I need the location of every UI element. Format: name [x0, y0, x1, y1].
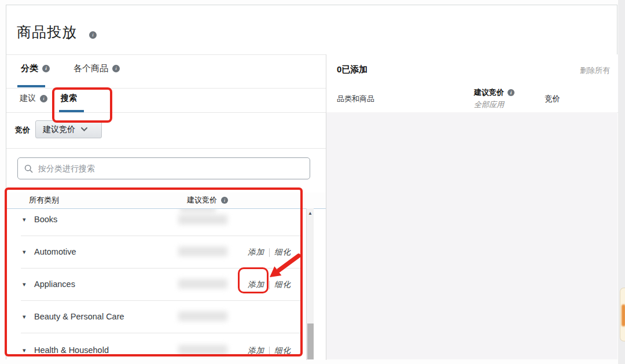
apply-all-link[interactable]: 全部应用 — [474, 100, 514, 110]
chevron-down-icon[interactable]: ▾ — [23, 347, 26, 354]
category-row[interactable]: ▾ Books — [6, 209, 306, 236]
tab-categories-info-icon[interactable]: i — [42, 65, 50, 72]
row-actions: 添加 细化 — [248, 345, 291, 356]
sub-tabs: 建议 i 搜索 — [6, 88, 326, 112]
tab-individual-products-label: 各个商品 — [73, 63, 108, 74]
product-targeting-page: 商品投放 i 分类 i 各个商品 i 建议 i 搜索 — [0, 0, 625, 364]
subtab-search-label: 搜索 — [61, 93, 77, 104]
action-separator — [269, 248, 270, 257]
scrollbar-up-arrow[interactable]: ▲ — [307, 211, 314, 216]
floating-widget-partial[interactable] — [620, 288, 625, 341]
refine-link[interactable]: 细化 — [274, 280, 291, 290]
widget-image — [622, 304, 625, 326]
blurred-bid-value — [178, 345, 227, 355]
col-suggested-bid-label: 建议竞价 — [474, 87, 504, 98]
col-suggested-bid: 建议竞价 i 全部应用 — [474, 87, 514, 110]
action-separator — [269, 281, 270, 289]
add-link[interactable]: 添加 — [248, 247, 264, 258]
chevron-down-icon — [81, 127, 87, 131]
action-separator — [269, 347, 270, 355]
search-box[interactable] — [17, 157, 310, 179]
chevron-down-icon[interactable]: ▾ — [23, 314, 26, 320]
row-actions: 添加 细化 — [248, 280, 291, 290]
category-name: Appliances — [34, 280, 75, 289]
category-name: Beauty & Personal Care — [34, 312, 124, 321]
blurred-bid-value — [178, 215, 227, 225]
main-tabs: 分类 i 各个商品 i — [6, 54, 326, 88]
category-row[interactable]: ▾ Automotive 添加 细化 — [6, 236, 306, 268]
chevron-down-icon[interactable]: ▾ — [23, 249, 26, 255]
search-row — [6, 148, 326, 193]
add-link[interactable]: 添加 — [248, 280, 264, 290]
category-row[interactable]: ▾ Beauty & Personal Care — [6, 301, 306, 333]
refine-link[interactable]: 细化 — [274, 345, 291, 356]
category-table-header: 所有类别 建议竞价 i — [6, 193, 326, 208]
all-categories-header: 所有类别 — [29, 195, 59, 205]
title-info-icon[interactable]: i — [89, 31, 97, 39]
suggested-bid-info-icon[interactable]: i — [221, 197, 228, 204]
added-items-empty-area — [326, 112, 617, 359]
category-row[interactable]: ▾ Health & Household 添加 细化 — [6, 333, 306, 360]
delete-all-link[interactable]: 删除所有 — [580, 65, 610, 76]
subtab-suggested-label: 建议 — [20, 93, 36, 104]
added-items-column-header: 品类和商品 建议竞价 i 全部应用 竞价 — [326, 83, 618, 112]
product-targeting-card: 商品投放 i 分类 i 各个商品 i 建议 i 搜索 — [6, 5, 617, 359]
bid-type-dropdown-value: 建议竞价 — [43, 124, 75, 135]
tab-categories-label: 分类 — [21, 63, 38, 74]
suggested-bid-header: 建议竞价 i — [187, 195, 228, 205]
bid-label: 竞价 — [15, 125, 30, 135]
subtab-search[interactable]: 搜索 — [61, 93, 77, 104]
category-name: Books — [34, 215, 57, 224]
scrollbar[interactable]: ▲ — [306, 208, 314, 360]
page-title: 商品投放 — [17, 23, 77, 42]
blurred-bid-value — [178, 311, 227, 321]
tab-categories[interactable]: 分类 i — [21, 63, 50, 74]
tab-individual-products[interactable]: 各个商品 i — [73, 63, 120, 74]
col-bid: 竞价 — [545, 94, 560, 104]
col-suggested-bid-info-icon[interactable]: i — [508, 89, 514, 96]
row-actions: 添加 细化 — [248, 247, 291, 258]
tab-individual-products-info-icon[interactable]: i — [112, 65, 120, 72]
add-link[interactable]: 添加 — [248, 345, 264, 356]
added-count: 0已添加 — [337, 64, 367, 75]
refine-link[interactable]: 细化 — [274, 247, 291, 258]
scrollbar-thumb[interactable] — [307, 323, 314, 359]
subtab-suggested[interactable]: 建议 i — [20, 93, 47, 104]
category-list: ▾ Books ▾ Automotive 添加 细化 ▾ Appliances — [6, 208, 326, 360]
suggested-bid-header-label: 建议竞价 — [187, 195, 217, 205]
subtab-suggested-info-icon[interactable]: i — [40, 95, 47, 102]
category-row[interactable]: ▾ Appliances 添加 细化 — [6, 269, 306, 300]
category-name: Health & Household — [34, 345, 109, 355]
search-icon — [24, 164, 33, 173]
category-name: Automotive — [34, 247, 76, 256]
category-search-input[interactable] — [38, 164, 303, 173]
active-tab-underline — [17, 85, 45, 87]
chevron-down-icon[interactable]: ▾ — [23, 281, 26, 288]
col-category-products: 品类和商品 — [337, 94, 374, 104]
bid-row: 竞价 建议竞价 — [6, 112, 326, 148]
added-items-header: 0已添加 删除所有 — [326, 54, 618, 83]
blurred-bid-value — [178, 279, 227, 289]
blurred-bid-value — [178, 247, 227, 256]
bid-type-dropdown[interactable]: 建议竞价 — [35, 120, 102, 138]
chevron-down-icon[interactable]: ▾ — [23, 216, 26, 223]
